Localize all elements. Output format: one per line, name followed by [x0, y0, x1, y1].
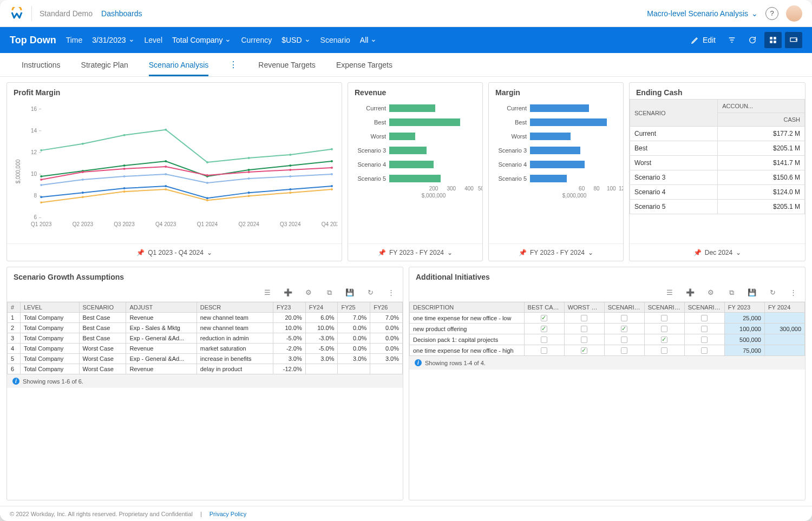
checkbox-icon[interactable] [541, 337, 547, 343]
table-row[interactable]: 3Total CompanyBest CaseExp - General &Ad… [8, 333, 403, 344]
checkbox-icon[interactable] [661, 326, 667, 332]
table-row[interactable]: 1Total CompanyBest CaseRevenuenew channe… [8, 313, 403, 323]
svg-point-53 [123, 175, 126, 177]
grid-view-icon[interactable] [764, 32, 782, 48]
time-filter[interactable]: 3/31/2023 [92, 36, 134, 44]
more-icon[interactable]: ⋮ [387, 288, 395, 297]
checkbox-icon[interactable] [621, 347, 627, 354]
card-range[interactable]: 📌 Q1 2023 - Q4 2024 ⌄ [7, 243, 342, 261]
table-row[interactable]: 2Total CompanyBest CaseExp - Sales & Mkt… [8, 323, 403, 333]
table-row[interactable]: Best$205.1 M [630, 141, 805, 156]
bar-label: Scenario 4 [352, 161, 386, 168]
checkbox-icon[interactable] [661, 337, 667, 343]
checkbox-icon[interactable] [581, 337, 587, 343]
tab-expense-targets[interactable]: Expense Targets [336, 53, 392, 76]
card-range[interactable]: 📌 FY 2023 - FY 2024 ⌄ [489, 243, 623, 261]
scenario-analysis-link[interactable]: Macro-level Scenario Analysis ⌄ [647, 9, 758, 18]
checkbox-icon[interactable] [661, 315, 667, 321]
filter-icon[interactable]: ☰ [665, 288, 674, 297]
table-row[interactable]: Scenario 4$124.0 M [630, 185, 805, 200]
svg-point-52 [82, 179, 84, 181]
avatar[interactable] [786, 5, 802, 22]
table-row[interactable]: Current$177.2 M [630, 127, 805, 141]
app-logo[interactable] [10, 6, 24, 21]
tab-more-icon[interactable]: ⋮ [229, 60, 238, 70]
bar-label: Scenario 5 [493, 175, 527, 182]
revenue-chart[interactable]: Current Best Worst Scenario 3 Scenario 4… [348, 99, 482, 243]
initiatives-table[interactable]: DESCRIPTIONBEST CASEWORST CASESCENARIO 3… [409, 302, 805, 356]
help-icon[interactable]: ? [765, 7, 778, 20]
copy-icon[interactable]: ⧉ [325, 288, 333, 297]
checkbox-icon[interactable] [581, 326, 587, 332]
card-range[interactable]: 📌 FY 2023 - FY 2024 ⌄ [348, 243, 482, 261]
tab-revenue-targets[interactable]: Revenue Targets [258, 53, 316, 76]
breadcrumb-link[interactable]: Dashboards [101, 9, 142, 18]
profit-margin-chart[interactable]: 6810121416Q1 2023Q2 2023Q3 2023Q4 2023Q1… [11, 101, 337, 242]
ending-cash-table[interactable]: SCENARIOACCOUN...CASHCurrent$177.2 MBest… [630, 99, 805, 214]
table-row[interactable]: Scenario 3$150.6 M [630, 170, 805, 185]
privacy-link[interactable]: Privacy Policy [209, 511, 246, 517]
save-icon[interactable]: 💾 [748, 288, 756, 297]
checkbox-icon[interactable] [581, 315, 587, 321]
table-row[interactable]: 5Total CompanyWorst CaseExp - General &A… [8, 354, 403, 364]
level-filter[interactable]: Total Company [172, 36, 231, 44]
svg-point-60 [82, 192, 84, 194]
range-label: FY 2023 - FY 2024 [389, 249, 444, 256]
checkbox-icon[interactable] [701, 337, 708, 343]
checkbox-icon[interactable] [661, 347, 667, 354]
product-name: Standard Demo [40, 9, 93, 18]
checkbox-icon[interactable] [701, 315, 708, 321]
checkbox-icon[interactable] [541, 347, 547, 354]
checkbox-icon[interactable] [701, 326, 708, 332]
svg-point-54 [165, 173, 167, 175]
table-row[interactable]: 4Total CompanyWorst CaseRevenuemarket sa… [8, 344, 403, 354]
currency-filter[interactable]: $USD [281, 36, 310, 44]
checkbox-icon[interactable] [541, 315, 547, 321]
table-row[interactable]: one time expense for new office - high 7… [410, 345, 805, 356]
more-icon[interactable]: ⋮ [789, 288, 797, 297]
svg-point-44 [82, 171, 84, 173]
table-row[interactable]: Worst$141.7 M [630, 156, 805, 170]
present-icon[interactable] [785, 32, 802, 48]
svg-point-45 [123, 168, 126, 170]
checkbox-icon[interactable] [701, 347, 708, 354]
checkbox-icon[interactable] [621, 326, 627, 332]
settings-icon[interactable]: ⚙ [304, 288, 313, 297]
card-title: Revenue [348, 83, 482, 99]
tab-scenario-analysis[interactable]: Scenario Analysis [149, 53, 209, 76]
scenario-filter[interactable]: All [360, 36, 377, 44]
add-row-icon[interactable]: ➕ [284, 288, 292, 297]
svg-point-66 [331, 185, 333, 187]
margin-chart[interactable]: Current Best Worst Scenario 3 Scenario 4… [489, 99, 623, 243]
bar-row: Scenario 5 [493, 172, 619, 186]
svg-point-74 [331, 188, 333, 190]
svg-point-51 [40, 184, 42, 186]
table-row[interactable]: Decision pack 1: capital projects 500,00… [410, 334, 805, 345]
checkbox-icon[interactable] [541, 326, 547, 332]
filter-icon[interactable]: ☰ [263, 288, 272, 297]
tab-instructions[interactable]: Instructions [22, 53, 61, 76]
table-row[interactable]: new product offering 100,000 300,000 [410, 324, 805, 334]
checkbox-icon[interactable] [621, 337, 627, 343]
copyright: © 2022 Workday, Inc. All rights reserved… [10, 511, 193, 517]
copy-icon[interactable]: ⧉ [727, 288, 736, 297]
assumptions-table[interactable]: #LEVELSCENARIOADJUSTDESCRFY23FY24FY25FY2… [7, 302, 403, 374]
checkbox-icon[interactable] [621, 315, 627, 321]
table-row[interactable]: Scenario 5$205.1 M [630, 200, 805, 214]
edit-button[interactable]: Edit [686, 32, 720, 48]
add-row-icon[interactable]: ➕ [686, 288, 695, 297]
table-row[interactable]: one time expense for new office - low 25… [410, 313, 805, 324]
refresh-icon[interactable]: ↻ [366, 288, 375, 297]
svg-text:Q2 2024: Q2 2024 [238, 221, 259, 227]
tab-strategic-plan[interactable]: Strategic Plan [81, 53, 128, 76]
save-icon[interactable]: 💾 [345, 288, 354, 297]
card-range[interactable]: 📌 Dec 2024 ⌄ [630, 243, 805, 261]
settings-icon[interactable]: ⚙ [706, 288, 715, 297]
checkbox-icon[interactable] [581, 347, 587, 354]
refresh-icon[interactable] [744, 32, 761, 48]
table-row[interactable]: 6Total CompanyWorst CaseRevenuedelay in … [8, 364, 403, 374]
filter-icon[interactable] [723, 32, 741, 48]
refresh-icon[interactable]: ↻ [768, 288, 777, 297]
svg-text:Q4 2023: Q4 2023 [155, 221, 176, 227]
svg-point-72 [248, 195, 250, 197]
